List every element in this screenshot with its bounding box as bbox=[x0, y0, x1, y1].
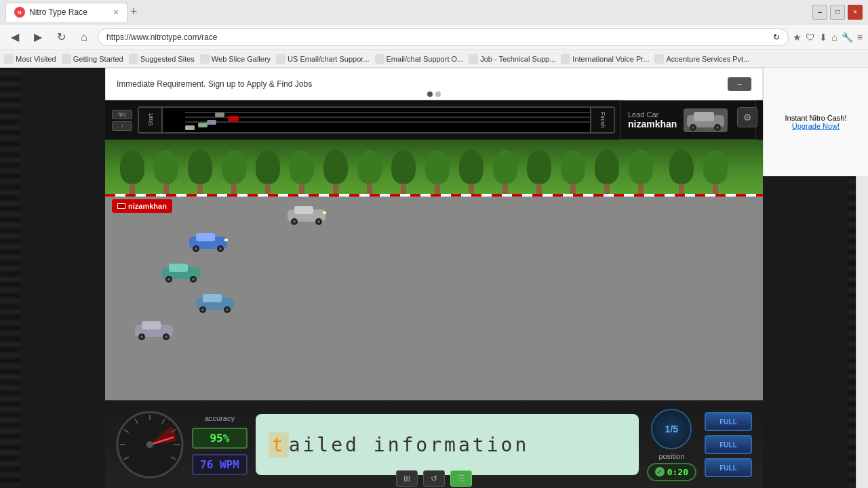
svg-rect-21 bbox=[169, 264, 188, 272]
new-tab-button[interactable]: + bbox=[130, 5, 138, 19]
home-icon[interactable]: ⌂ bbox=[831, 32, 837, 43]
bookmark-getting-started[interactable]: Getting Started bbox=[62, 54, 123, 64]
tab-title: Nitro Type Race bbox=[29, 7, 109, 17]
upgrade-link[interactable]: Upgrade Now! bbox=[792, 122, 840, 130]
lead-car-panel: Lead Car nizamkhan bbox=[620, 100, 756, 140]
nitro-panel: FULL FULL FULL bbox=[705, 412, 752, 477]
refresh-button[interactable]: ↻ bbox=[52, 28, 71, 47]
svg-point-30 bbox=[201, 308, 204, 311]
tree-trunk-13 bbox=[536, 184, 542, 194]
road-top-border bbox=[105, 194, 763, 197]
url-text: https://www.nitrotype.com/race bbox=[106, 33, 769, 42]
progress-start: Start bbox=[139, 108, 163, 132]
nitro-button-2[interactable]: FULL bbox=[705, 435, 752, 454]
tree-9 bbox=[390, 150, 417, 194]
home-button[interactable]: ⌂ bbox=[75, 28, 94, 47]
tree-trunk-5 bbox=[265, 184, 271, 194]
bookmark-job[interactable]: Job - Technical Supp... bbox=[469, 54, 555, 64]
right-ad: Instant Nitro Cash! Upgrade Now! bbox=[763, 68, 868, 176]
stats-panel: accuracy 95% 76 WPM bbox=[192, 414, 248, 475]
tree-top-7 bbox=[323, 150, 348, 184]
tree-top-6 bbox=[290, 150, 314, 184]
svg-point-31 bbox=[226, 308, 229, 311]
tree-top-15 bbox=[595, 150, 619, 184]
tree-3 bbox=[186, 150, 214, 194]
tree-5 bbox=[254, 150, 281, 194]
tree-trunk-11 bbox=[469, 184, 474, 194]
ad-button[interactable]: → bbox=[728, 77, 751, 91]
tab-close-button[interactable]: × bbox=[113, 7, 119, 18]
maximize-button[interactable]: □ bbox=[830, 5, 845, 20]
music-button[interactable]: ♪ bbox=[112, 121, 132, 131]
function-button[interactable]: f(x) bbox=[112, 110, 132, 119]
toolbar-refresh-button[interactable]: ↺ bbox=[423, 470, 445, 487]
bookmark-international[interactable]: International Voice Pr... bbox=[561, 54, 649, 64]
bookmark-accenture[interactable]: Accenture Services Pvt... bbox=[654, 54, 749, 64]
svg-rect-14 bbox=[196, 233, 215, 241]
bookmark-us-email[interactable]: US Email/chart Suppor... bbox=[276, 54, 369, 64]
tree-trunk-17 bbox=[679, 184, 684, 194]
tree-trunk-18 bbox=[713, 184, 718, 194]
tree-top-16 bbox=[629, 150, 653, 184]
position-panel: 1/5 position ✓ 0:20 bbox=[647, 409, 696, 481]
bookmark-suggested[interactable]: Suggested Sites bbox=[129, 54, 195, 64]
bookmark-most-visited[interactable]: Most Visited bbox=[4, 54, 56, 64]
car-lead-svg bbox=[285, 204, 329, 226]
tree-trunk-9 bbox=[401, 184, 406, 194]
settings-button[interactable]: ⚙ bbox=[737, 107, 757, 127]
back-button[interactable]: ◀ bbox=[5, 28, 24, 47]
minimize-button[interactable]: – bbox=[812, 5, 827, 20]
tree-top-11 bbox=[459, 150, 484, 184]
menu-icon[interactable]: ≡ bbox=[857, 32, 863, 43]
tree-10 bbox=[424, 150, 451, 194]
svg-rect-27 bbox=[203, 294, 222, 302]
forward-button[interactable]: ▶ bbox=[28, 28, 47, 47]
tree-trunk-7 bbox=[333, 184, 338, 194]
progress-player-car bbox=[228, 116, 239, 121]
tree-top-18 bbox=[703, 150, 728, 184]
url-bar[interactable]: https://www.nitrotype.com/race ↻ bbox=[98, 28, 789, 46]
svg-point-4 bbox=[692, 126, 694, 129]
car-blue-svg bbox=[186, 231, 231, 253]
tree-top-2 bbox=[154, 150, 178, 184]
start-label: Start bbox=[147, 113, 154, 126]
download-icon[interactable]: ⬇ bbox=[819, 32, 827, 43]
svg-rect-1 bbox=[694, 112, 714, 121]
tree-top-3 bbox=[188, 150, 212, 184]
svg-point-18 bbox=[219, 247, 222, 250]
tree-top-4 bbox=[222, 150, 246, 184]
bookmark-email-chat[interactable]: Email/chat Support O... bbox=[375, 54, 464, 64]
toolbar-list-button[interactable]: ☰ bbox=[450, 470, 472, 487]
progress-area: f(x) ♪ Start bbox=[105, 100, 763, 140]
current-char: t bbox=[269, 432, 289, 458]
shield-icon: 🛡 bbox=[806, 32, 815, 43]
tree-top-13 bbox=[527, 150, 551, 184]
typing-area[interactable]: tailed information bbox=[256, 414, 639, 475]
position-display: 1/5 bbox=[651, 409, 692, 449]
progress-track: Start bbox=[138, 106, 615, 134]
tree-top-9 bbox=[391, 150, 416, 184]
page-content: Immediate Requirement. Sign up to Apply … bbox=[0, 68, 868, 488]
tree-trunk-10 bbox=[435, 184, 440, 194]
window-close-button[interactable]: × bbox=[848, 5, 863, 20]
star-icon[interactable]: ★ bbox=[793, 32, 802, 43]
tree-trunk-14 bbox=[570, 184, 576, 194]
svg-point-11 bbox=[317, 220, 320, 223]
browser-tab[interactable]: N Nitro Type Race × bbox=[5, 3, 127, 22]
tree-18 bbox=[702, 150, 729, 194]
car-teal1-svg bbox=[159, 262, 203, 283]
tree-trunk-4 bbox=[231, 184, 237, 194]
ad-text: Immediate Requirement. Sign up to Apply … bbox=[117, 79, 721, 89]
toolbar-grid-button[interactable]: ⊞ bbox=[396, 470, 418, 487]
svg-rect-12 bbox=[323, 211, 326, 214]
bookmark-web-slice[interactable]: Web Slice Gallery bbox=[200, 54, 271, 64]
title-bar: N Nitro Type Race × + – □ × bbox=[0, 0, 868, 24]
nitro-button-1[interactable]: FULL bbox=[705, 412, 752, 431]
tree-14 bbox=[559, 150, 587, 194]
nitro-button-3[interactable]: FULL bbox=[705, 458, 752, 477]
race-track: nizamkhan bbox=[105, 140, 763, 404]
svg-point-5 bbox=[716, 126, 719, 129]
accuracy-label: accuracy bbox=[192, 414, 248, 422]
speedometer-svg bbox=[116, 411, 184, 479]
refresh-icon: ↻ bbox=[773, 33, 780, 42]
